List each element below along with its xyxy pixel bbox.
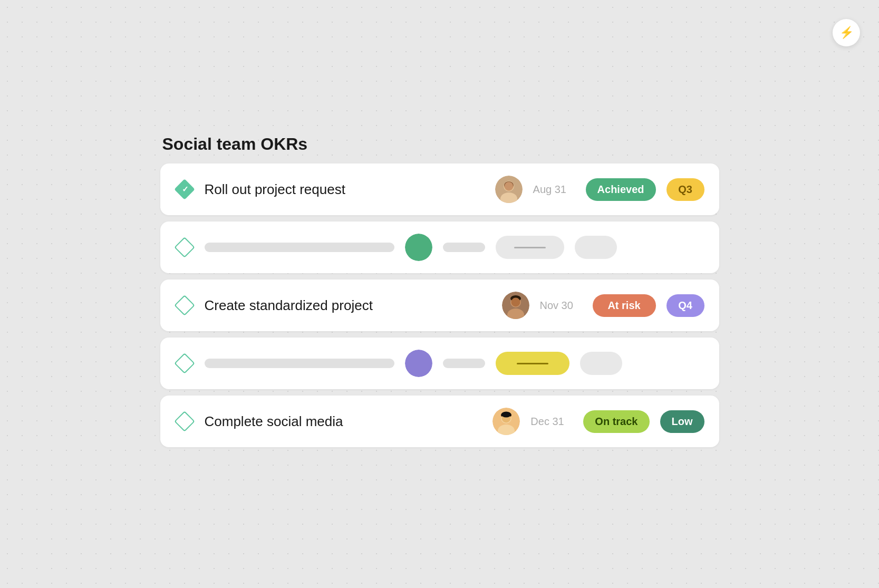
diamond-icon-5 bbox=[175, 412, 194, 431]
diamond-outline-4 bbox=[174, 353, 195, 374]
blur-title-4 bbox=[205, 359, 394, 368]
okr-row-4 bbox=[160, 338, 719, 389]
blur-status-4 bbox=[496, 352, 569, 375]
diamond-filled-1: ✓ bbox=[174, 179, 195, 200]
status-badge-1[interactable]: Achieved bbox=[586, 178, 656, 201]
quarter-badge-5[interactable]: Low bbox=[660, 410, 704, 433]
svg-point-10 bbox=[511, 298, 520, 307]
diamond-outline-3 bbox=[174, 295, 195, 316]
diamond-outline-5 bbox=[174, 411, 195, 432]
avatar-circle-purple bbox=[405, 350, 432, 377]
date-5: Dec 31 bbox=[530, 416, 573, 428]
lightning-button[interactable]: ⚡ bbox=[833, 19, 860, 46]
avatar-2 bbox=[405, 234, 432, 261]
avatar-5 bbox=[492, 408, 520, 435]
blur-line-4 bbox=[517, 363, 548, 364]
date-3: Nov 30 bbox=[540, 300, 582, 312]
diamond-icon-3 bbox=[175, 296, 194, 315]
diamond-icon-1: ✓ bbox=[175, 180, 194, 199]
check-icon-1: ✓ bbox=[181, 184, 188, 194]
avatar-1 bbox=[495, 176, 523, 203]
avatar-4 bbox=[405, 350, 432, 377]
avatar-circle-green bbox=[405, 234, 432, 261]
okr-title-3: Create standardized project bbox=[205, 297, 491, 314]
svg-point-16 bbox=[501, 412, 511, 418]
status-badge-5[interactable]: On track bbox=[583, 410, 649, 433]
avatar-3 bbox=[502, 292, 529, 319]
blur-title-2 bbox=[205, 243, 394, 252]
lightning-icon: ⚡ bbox=[839, 26, 854, 40]
blur-status-2 bbox=[496, 236, 564, 259]
blur-quarter-2 bbox=[575, 236, 617, 259]
diamond-icon-4 bbox=[175, 354, 194, 373]
blur-line-2 bbox=[514, 247, 546, 248]
okr-row-3: Create standardized project Nov 30 At ri… bbox=[160, 279, 719, 331]
okr-row-1: ✓ Roll out project request Aug 31 Achiev… bbox=[160, 163, 719, 215]
diamond-icon-2 bbox=[175, 238, 194, 257]
quarter-badge-3[interactable]: Q4 bbox=[667, 294, 704, 317]
svg-point-5 bbox=[505, 182, 513, 190]
quarter-badge-1[interactable]: Q3 bbox=[667, 178, 704, 201]
date-1: Aug 31 bbox=[533, 184, 575, 196]
blur-date-2 bbox=[443, 243, 485, 252]
okr-container: Social team OKRs ✓ Roll out project requ… bbox=[160, 134, 719, 454]
okr-row-2 bbox=[160, 221, 719, 273]
diamond-outline-2 bbox=[174, 237, 195, 258]
okr-title-5: Complete social media bbox=[205, 413, 482, 430]
okr-row-5: Complete social media Dec 31 On track Lo… bbox=[160, 396, 719, 447]
status-badge-3[interactable]: At risk bbox=[593, 294, 656, 317]
okr-title-1: Roll out project request bbox=[205, 181, 485, 198]
page-title: Social team OKRs bbox=[160, 134, 719, 154]
blur-quarter-4 bbox=[580, 352, 622, 375]
blur-date-4 bbox=[443, 359, 485, 368]
